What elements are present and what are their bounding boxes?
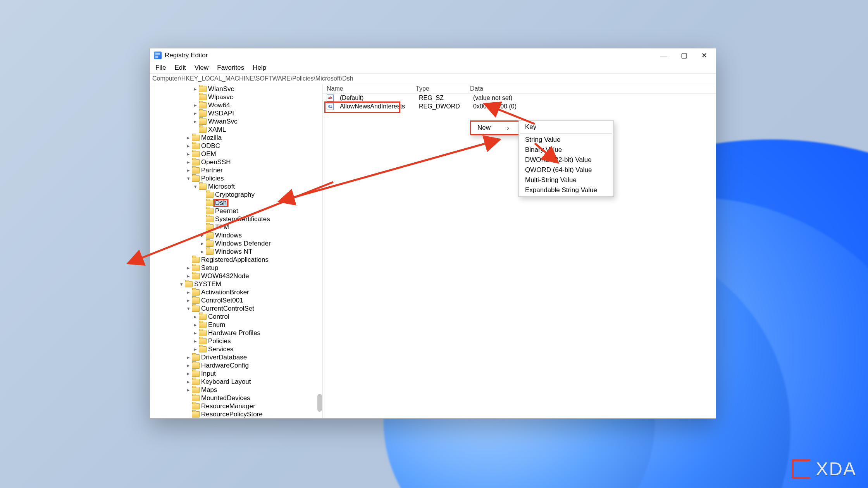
tree-item-wlpasvc[interactable]: Wlpasvc [150, 93, 322, 101]
expand-icon[interactable]: ▸ [192, 330, 199, 336]
expand-icon[interactable]: ▸ [185, 265, 192, 271]
ctx-item-binary[interactable]: Binary Value [520, 145, 613, 155]
expand-icon[interactable]: ▸ [199, 241, 206, 246]
expand-icon[interactable]: ▾ [178, 281, 185, 287]
tree-item-hardware-profiles[interactable]: ▸Hardware Profiles [150, 329, 322, 337]
menu-help[interactable]: Help [249, 63, 270, 72]
registry-tree[interactable]: ▸WlanSvcWlpasvc▸Wow64▸WSDAPI▸WwanSvcXAML… [150, 84, 323, 418]
expand-icon[interactable]: ▸ [192, 119, 199, 124]
title-bar[interactable]: Registry Editor — ▢ ✕ [150, 48, 716, 62]
ctx-item-qword[interactable]: QWORD (64-bit) Value [520, 165, 613, 175]
expand-icon[interactable]: ▸ [185, 354, 192, 360]
expand-icon[interactable]: ▸ [185, 159, 192, 165]
values-pane[interactable]: Name Type Data (Default) REG_SZ (value n… [323, 84, 716, 418]
tree-item-wlansvc[interactable]: ▸WlanSvc [150, 85, 322, 93]
tree-item-microsoft[interactable]: ▾Microsoft [150, 182, 322, 191]
ctx-item-new[interactable]: New [472, 123, 518, 133]
expand-icon[interactable]: ▸ [185, 143, 192, 149]
address-bar[interactable]: Computer\HKEY_LOCAL_MACHINE\SOFTWARE\Pol… [150, 73, 716, 84]
tree-item-policies[interactable]: ▾Policies [150, 174, 322, 182]
tree-item-resourcemanager[interactable]: ResourceManager [150, 402, 322, 410]
expand-icon[interactable]: ▸ [192, 322, 199, 328]
tree-item-peernet[interactable]: Peernet [150, 207, 322, 215]
tree-item-control[interactable]: ▸Control [150, 313, 322, 321]
tree-item-wsdapi[interactable]: ▸WSDAPI [150, 109, 322, 117]
expand-icon[interactable]: ▸ [185, 379, 192, 385]
tree-item-wow64[interactable]: ▸Wow64 [150, 101, 322, 109]
tree-item-mounteddevices[interactable]: MountedDevices [150, 394, 322, 402]
tree-item-dsh[interactable]: Dsh [150, 199, 322, 207]
tree-item-wow6432node[interactable]: ▸WOW6432Node [150, 272, 322, 280]
expand-icon[interactable]: ▾ [185, 175, 192, 181]
tree-item-currentcontrolset[interactable]: ▾CurrentControlSet [150, 304, 322, 313]
menu-file[interactable]: File [152, 63, 170, 72]
close-button[interactable]: ✕ [694, 48, 714, 62]
tree-item-oem[interactable]: ▸OEM [150, 150, 322, 158]
tree-item-keyboard-layout[interactable]: ▸Keyboard Layout [150, 378, 322, 386]
folder-icon [199, 119, 207, 125]
tree-item-setup[interactable]: ▸Setup [150, 264, 322, 272]
menu-view[interactable]: View [191, 63, 213, 72]
expand-icon[interactable]: ▸ [185, 371, 192, 376]
tree-item-wwansvc[interactable]: ▸WwanSvc [150, 117, 322, 125]
tree-item-hardwareconfig[interactable]: ▸HardwareConfig [150, 361, 322, 369]
ctx-item-dword[interactable]: DWORD (32-bit) Value [520, 155, 613, 165]
col-name[interactable]: Name [323, 85, 416, 92]
expand-icon[interactable]: ▸ [192, 110, 199, 116]
value-row-default[interactable]: (Default) REG_SZ (value not set) [323, 94, 716, 102]
ctx-item-key[interactable]: Key [520, 122, 613, 132]
tree-item-driverdatabase[interactable]: ▸DriverDatabase [150, 353, 322, 361]
tree-item-systemcertificates[interactable]: SystemCertificates [150, 215, 322, 223]
tree-item-xaml[interactable]: XAML [150, 125, 322, 134]
tree-item-windows-defender[interactable]: ▸Windows Defender [150, 239, 322, 247]
ctx-item-string[interactable]: String Value [520, 135, 613, 145]
expand-icon[interactable]: ▸ [192, 338, 199, 344]
tree-item-system[interactable]: ▾SYSTEM [150, 280, 322, 288]
tree-item-odbc[interactable]: ▸ODBC [150, 142, 322, 150]
tree-item-partner[interactable]: ▸Partner [150, 166, 322, 174]
expand-icon[interactable]: ▸ [185, 289, 192, 295]
folder-icon [192, 289, 200, 296]
menu-edit[interactable]: Edit [170, 63, 189, 72]
value-row-allownews[interactable]: AllowNewsAndInterests REG_DWORD 0x000000… [323, 102, 716, 111]
expand-icon[interactable]: ▸ [185, 297, 192, 303]
maximize-button[interactable]: ▢ [674, 48, 694, 62]
expand-icon[interactable]: ▸ [192, 346, 199, 352]
expand-icon[interactable]: ▸ [199, 249, 206, 254]
tree-item-mozilla[interactable]: ▸Mozilla [150, 134, 322, 142]
tree-item-tpm[interactable]: TPM [150, 223, 322, 231]
tree-item-input[interactable]: ▸Input [150, 369, 322, 378]
tree-item-maps[interactable]: ▸Maps [150, 386, 322, 394]
tree-scrollbar-thumb[interactable] [317, 394, 322, 412]
tree-item-registeredapplications[interactable]: RegisteredApplications [150, 256, 322, 264]
expand-icon[interactable]: ▸ [192, 314, 199, 320]
expand-icon[interactable]: ▾ [192, 184, 199, 189]
tree-item-openssh[interactable]: ▸OpenSSH [150, 158, 322, 166]
tree-item-activationbroker[interactable]: ▸ActivationBroker [150, 288, 322, 296]
tree-item-policies[interactable]: ▸Policies [150, 337, 322, 345]
expand-icon[interactable]: ▸ [185, 151, 192, 157]
expand-icon[interactable]: ▸ [192, 86, 199, 92]
tree-item-cryptography[interactable]: Cryptography [150, 191, 322, 199]
tree-item-enum[interactable]: ▸Enum [150, 321, 322, 329]
tree-item-controlset001[interactable]: ▸ControlSet001 [150, 296, 322, 304]
tree-item-services[interactable]: ▸Services [150, 345, 322, 353]
expand-icon[interactable]: ▸ [192, 102, 199, 108]
minimize-button[interactable]: — [654, 48, 674, 62]
tree-item-resourcepolicystore[interactable]: ResourcePolicyStore [150, 410, 322, 418]
expand-icon[interactable]: ▸ [185, 363, 192, 368]
expand-icon[interactable]: ▸ [185, 273, 192, 279]
ctx-item-multi[interactable]: Multi-String Value [520, 175, 613, 185]
tree-item-windows-nt[interactable]: ▸Windows NT [150, 247, 322, 256]
col-data[interactable]: Data [470, 85, 716, 92]
expand-icon[interactable]: ▸ [185, 167, 192, 173]
tree-item-windows[interactable]: ▸Windows [150, 231, 322, 239]
col-type[interactable]: Type [416, 85, 470, 92]
expand-icon[interactable]: ▸ [185, 387, 192, 393]
menu-favorites[interactable]: Favorites [213, 63, 248, 72]
expand-icon[interactable]: ▾ [185, 306, 192, 311]
ctx-item-expand[interactable]: Expandable String Value [520, 185, 613, 195]
folder-icon [192, 265, 200, 271]
expand-icon[interactable]: ▸ [185, 135, 192, 141]
expand-icon[interactable]: ▸ [199, 232, 206, 238]
